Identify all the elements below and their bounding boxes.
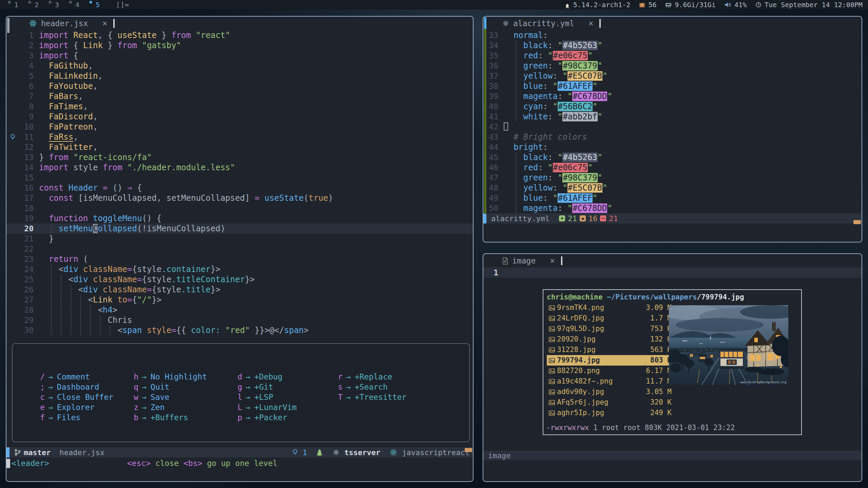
whichkey-item--packer[interactable]: p→+Packer [237, 412, 337, 423]
command-line[interactable]: <leader> <esc> close <bs> go up one leve… [6, 457, 473, 469]
whichkey-label: Save [151, 392, 169, 402]
arrow-right-icon: → [343, 382, 355, 392]
whichkey-item-comment[interactable]: /→Comment [40, 372, 133, 382]
code-buffer[interactable]: 1 [483, 268, 862, 278]
code-line-1: 1 [483, 268, 862, 278]
whichkey-label: +LunarVim [254, 402, 297, 412]
list-item[interactable]: ad6v90y.jpg3.05 M [547, 387, 672, 397]
line-number: 30 [19, 325, 34, 335]
whichkey-item--git[interactable]: g→+Git [237, 382, 337, 392]
whichkey-item-explorer[interactable]: e→Explorer [40, 402, 133, 412]
workspace-tag-5[interactable]: 5 [88, 0, 108, 9]
line-text: function toggleMenu() { [34, 213, 161, 223]
list-item[interactable]: 9rsmTK4.png3.09 M [547, 302, 672, 313]
kernel-version: 5.14.2-arch1-2 [573, 1, 631, 9]
list-item[interactable]: 97q9L5D.jpg753 K [547, 324, 672, 334]
code-line-44: 44 bright: [483, 142, 862, 152]
code-action-lightbulb-icon[interactable] [6, 134, 19, 141]
whichkey-item--treesitter[interactable]: T→+Treesitter [337, 392, 469, 402]
git-branch-label[interactable]: master [24, 448, 51, 457]
tag-indicator-square [69, 1, 72, 3]
line-text: FaTimes, [34, 101, 88, 112]
close-icon[interactable]: × [589, 19, 593, 28]
workspace-tag-4[interactable]: 4 [67, 0, 88, 9]
close-icon[interactable]: × [550, 256, 555, 266]
whichkey-item-quit[interactable]: q→Quit [133, 382, 237, 392]
git-changed-icon: ▪ [580, 215, 586, 221]
list-item[interactable]: a19c482f~.png11.7 M [547, 376, 672, 387]
inactive-cursor [504, 122, 508, 131]
list-item[interactable]: 799794.jpg803 K [547, 355, 672, 366]
code-line-4: 4 FaGithub, [6, 61, 473, 71]
scroll-position-indicator[interactable] [465, 448, 472, 452]
workspace-tag-1[interactable]: 1 [6, 0, 26, 9]
floating-terminal[interactable]: chris@machine ~/Pictures/wallpapers/7997… [543, 289, 802, 435]
whichkey-label: Comment [57, 372, 90, 382]
code-line-12: 12 FaTwitter, [6, 142, 473, 152]
whichkey-item-dashboard[interactable]: ;→Dashboard [40, 382, 133, 392]
whichkey-item--lsp[interactable]: l→+LSP [237, 392, 337, 402]
clock-icon [755, 2, 761, 8]
tag-number: 2 [35, 1, 39, 9]
terminal-path-title: chris@machine ~/Pictures/wallpapers/7997… [547, 292, 798, 302]
whichkey-item--buffers[interactable]: b→+Buffers [133, 412, 237, 423]
list-item[interactable]: 31228.jpg563 K [547, 345, 672, 355]
line-number: 27 [19, 295, 34, 305]
line-number: 20 [19, 223, 34, 234]
whichkey-item--replace[interactable]: r→+Replace [337, 372, 469, 382]
workspace-tag-2[interactable]: 2 [26, 0, 47, 9]
mode-indicator [483, 213, 486, 223]
code-line-38: 38 │ blue: "#61AFEF" [483, 81, 862, 91]
layout-indicator: []= [116, 1, 129, 9]
diagnostic-count[interactable]: 1 [303, 448, 307, 457]
list-item[interactable]: AFq5r6j.jpeg320 K [547, 397, 672, 408]
whichkey-item-zen[interactable]: z→Zen [133, 402, 237, 412]
scrollbar-indicator[interactable] [7, 18, 9, 33]
line-text: FaTwitter, [34, 142, 98, 152]
line-text [498, 122, 508, 132]
git-added-icon: + [559, 215, 565, 221]
list-item[interactable]: 20920.jpg132 K [547, 334, 672, 345]
line-number: 1 [483, 268, 498, 278]
tab-header-jsx[interactable]: header.jsx × [6, 17, 113, 30]
whichkey-item--lunarvim[interactable]: L→+LunarVim [237, 402, 337, 412]
file-name: 24LrDFQ.jpg [557, 313, 638, 324]
git-branch-icon [14, 449, 21, 456]
line-number: 11 [19, 132, 34, 142]
list-item[interactable]: 882720.png6.17 M [547, 366, 672, 376]
editor-window-header-jsx: header.jsx × 1import React, { useState }… [6, 16, 474, 482]
whichkey-key: d [237, 372, 242, 382]
code-buffer[interactable]: 33 normal:34 │ black: "#4b5263"35 │ red:… [483, 30, 862, 213]
whichkey-item-no-highlight[interactable]: h→No Highlight [133, 372, 237, 382]
workspace-tag-3[interactable]: 3 [47, 0, 67, 9]
whichkey-item--search[interactable]: s→+Search [337, 382, 469, 392]
statusline-filename: alacritty.yml [491, 214, 549, 223]
whichkey-label: Files [57, 412, 80, 423]
close-icon[interactable]: × [102, 19, 107, 28]
tab-alacritty-yml[interactable]: alacritty.yml × [483, 17, 599, 30]
git-added-count: 21 [568, 214, 577, 223]
list-item[interactable]: 24LrDFQ.jpg1.7 M [547, 313, 672, 324]
code-line-7: 7 FaBars, [6, 91, 473, 101]
arrow-right-icon: → [45, 412, 57, 423]
line-text: │ │ │ │ <Link to={"/"}> [34, 295, 161, 305]
line-text: │ blue: "#61AFEF" [498, 81, 598, 91]
line-number: 12 [19, 142, 34, 152]
whichkey-item-save[interactable]: w→Save [133, 392, 237, 402]
whichkey-label: +Debug [254, 372, 283, 382]
lsp-server-label[interactable]: tsserver [344, 448, 380, 457]
whichkey-item-files[interactable]: f→Files [40, 412, 133, 423]
line-text: } [34, 234, 54, 244]
whichkey-key: e [40, 402, 45, 412]
whichkey-item--debug[interactable]: d→+Debug [237, 372, 337, 382]
tabline: alacritty.yml × [483, 17, 862, 30]
whichkey-label: +Packer [254, 412, 287, 423]
line-number: 17 [19, 193, 34, 203]
list-item[interactable]: aghr5Ip.jpg249 K [547, 408, 672, 418]
tab-image[interactable]: image × [483, 254, 561, 268]
code-line-9: 9 FaDiscord, [6, 112, 473, 122]
whichkey-item-close-buffer[interactable]: c→Close Buffer [40, 392, 133, 402]
gitsigns-change-bar [484, 17, 486, 29]
scroll-position-indicator[interactable] [853, 220, 861, 224]
code-buffer[interactable]: 1import React, { useState } from "react"… [6, 30, 473, 335]
